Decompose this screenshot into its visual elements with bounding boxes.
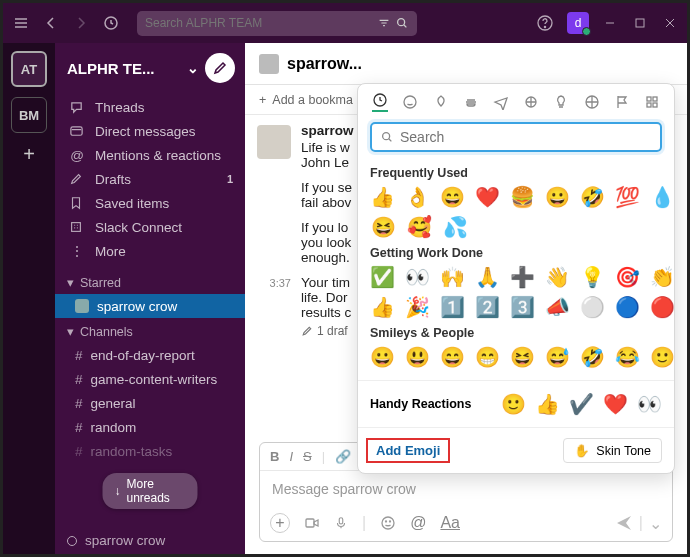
- channels-section[interactable]: ▾ Channels: [55, 318, 245, 343]
- more-unreads-pill[interactable]: ↓ More unreads: [103, 473, 198, 509]
- emoji[interactable]: 🤣: [580, 184, 605, 210]
- history-icon[interactable]: [101, 13, 121, 33]
- emoji[interactable]: 🙌: [440, 264, 465, 290]
- emoji[interactable]: 😀: [545, 184, 570, 210]
- help-icon[interactable]: [535, 13, 555, 33]
- starred-section[interactable]: ▾ Starred: [55, 269, 245, 294]
- emoji[interactable]: 👏: [650, 264, 674, 290]
- tab-food-icon[interactable]: [463, 92, 479, 112]
- emoji[interactable]: 🍔: [510, 184, 535, 210]
- emoji[interactable]: 📣: [545, 294, 570, 320]
- send-button[interactable]: [615, 514, 633, 532]
- starred-item[interactable]: sparrow crow: [55, 294, 245, 318]
- handy-emoji[interactable]: ❤️: [602, 391, 628, 417]
- avatar[interactable]: [257, 125, 291, 159]
- emoji[interactable]: 💦: [442, 214, 468, 240]
- dm-item[interactable]: sparrow crow: [55, 527, 245, 554]
- emoji[interactable]: 🔵: [615, 294, 640, 320]
- nav-mentions[interactable]: @ Mentions & reactions: [63, 143, 239, 167]
- tab-recent-icon[interactable]: [372, 92, 388, 112]
- bold-icon[interactable]: B: [270, 449, 279, 464]
- format-toggle-icon[interactable]: Aa: [440, 514, 460, 532]
- nav-more[interactable]: ⋮ More: [63, 239, 239, 263]
- tab-travel-icon[interactable]: [493, 92, 509, 112]
- channel-title[interactable]: sparrow...: [287, 55, 362, 73]
- compose-button[interactable]: [205, 53, 235, 83]
- minimize-icon[interactable]: [601, 14, 619, 32]
- emoji[interactable]: 💯: [615, 184, 640, 210]
- emoji[interactable]: 🙂: [650, 344, 674, 370]
- handy-emoji[interactable]: 👀: [636, 391, 662, 417]
- handy-emoji[interactable]: ✔️: [568, 391, 594, 417]
- emoji[interactable]: 👍: [370, 184, 395, 210]
- emoji[interactable]: 🤣: [580, 344, 605, 370]
- emoji[interactable]: 👍: [370, 294, 395, 320]
- emoji[interactable]: 😆: [370, 214, 396, 240]
- channel-item[interactable]: #game-content-writers: [55, 367, 245, 391]
- emoji[interactable]: 😀: [370, 344, 395, 370]
- italic-icon[interactable]: I: [289, 449, 293, 464]
- handy-emoji[interactable]: 👍: [534, 391, 560, 417]
- emoji[interactable]: 🔴: [650, 294, 674, 320]
- channel-item[interactable]: #end-of-day-report: [55, 343, 245, 367]
- emoji-search-input[interactable]: [400, 129, 652, 145]
- link-icon[interactable]: 🔗: [335, 449, 351, 464]
- emoji[interactable]: 😂: [615, 344, 640, 370]
- maximize-icon[interactable]: [631, 14, 649, 32]
- emoji[interactable]: 👀: [405, 264, 430, 290]
- emoji-icon[interactable]: [380, 515, 396, 531]
- tab-nature-icon[interactable]: [432, 92, 448, 112]
- back-icon[interactable]: [41, 13, 61, 33]
- handy-emoji[interactable]: 🙂: [500, 391, 526, 417]
- emoji[interactable]: 👌: [405, 184, 430, 210]
- nav-threads[interactable]: Threads: [63, 95, 239, 119]
- mention-icon[interactable]: @: [410, 514, 426, 532]
- channel-item[interactable]: #random: [55, 415, 245, 439]
- emoji[interactable]: 😁: [475, 344, 500, 370]
- send-options-icon[interactable]: ⌄: [649, 514, 662, 533]
- workspace-header[interactable]: ALPHR TE... ⌄: [55, 43, 245, 93]
- compose-input[interactable]: Message sparrow crow: [260, 471, 672, 507]
- filter-icon[interactable]: [377, 16, 391, 30]
- emoji[interactable]: 😄: [440, 184, 465, 210]
- tab-flags-icon[interactable]: [614, 92, 630, 112]
- close-icon[interactable]: [661, 14, 679, 32]
- tab-objects-icon[interactable]: [553, 92, 569, 112]
- workspace-switch[interactable]: BM: [11, 97, 47, 133]
- emoji[interactable]: 🎉: [405, 294, 430, 320]
- emoji[interactable]: 🙏: [475, 264, 500, 290]
- search-input[interactable]: [145, 16, 377, 30]
- emoji[interactable]: 😆: [510, 344, 535, 370]
- video-icon[interactable]: [304, 515, 320, 531]
- add-workspace-icon[interactable]: +: [23, 143, 35, 166]
- emoji-search[interactable]: [370, 122, 662, 152]
- emoji[interactable]: 2️⃣: [475, 294, 500, 320]
- attach-plus-icon[interactable]: +: [270, 513, 290, 533]
- nav-dm[interactable]: Direct messages: [63, 119, 239, 143]
- tab-smileys-icon[interactable]: [402, 92, 418, 112]
- tab-activities-icon[interactable]: [523, 92, 539, 112]
- nav-connect[interactable]: Slack Connect: [63, 215, 239, 239]
- user-avatar[interactable]: d: [567, 12, 589, 34]
- tab-custom-icon[interactable]: [644, 92, 660, 112]
- search-box[interactable]: [137, 11, 417, 36]
- emoji[interactable]: 🎯: [615, 264, 640, 290]
- nav-saved[interactable]: Saved items: [63, 191, 239, 215]
- emoji[interactable]: ⚪: [580, 294, 605, 320]
- channel-item[interactable]: #random-tasks: [55, 439, 245, 463]
- emoji[interactable]: 1️⃣: [440, 294, 465, 320]
- add-emoji-button[interactable]: Add Emoji: [366, 438, 450, 463]
- forward-icon[interactable]: [71, 13, 91, 33]
- emoji[interactable]: 👋: [545, 264, 570, 290]
- emoji[interactable]: 😃: [405, 344, 430, 370]
- emoji[interactable]: 💧: [650, 184, 674, 210]
- emoji[interactable]: 😅: [545, 344, 570, 370]
- emoji[interactable]: 💡: [580, 264, 605, 290]
- emoji[interactable]: 🥰: [406, 214, 432, 240]
- emoji[interactable]: ✅: [370, 264, 395, 290]
- channel-item[interactable]: #general: [55, 391, 245, 415]
- strike-icon[interactable]: S: [303, 449, 312, 464]
- tab-symbols-icon[interactable]: [583, 92, 599, 112]
- mic-icon[interactable]: [334, 515, 348, 531]
- emoji[interactable]: 3️⃣: [510, 294, 535, 320]
